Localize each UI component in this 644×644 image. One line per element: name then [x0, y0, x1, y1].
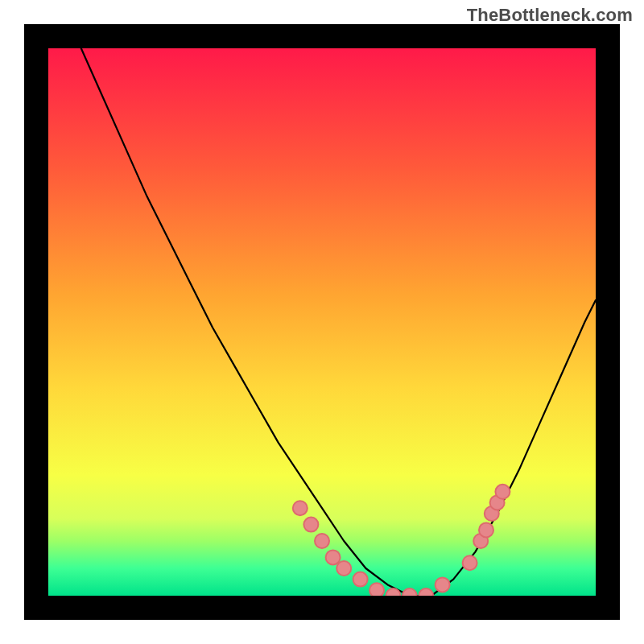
plot-inner — [48, 48, 596, 596]
chart-stage: TheBottleneck.com — [0, 0, 644, 644]
marker-point — [303, 518, 318, 532]
marker-point — [479, 522, 493, 537]
marker-point — [326, 550, 341, 564]
marker-point — [369, 583, 384, 596]
marker-point — [315, 534, 329, 548]
marker-point — [419, 588, 433, 596]
marker-point — [336, 561, 351, 576]
plot-frame — [24, 24, 620, 620]
marker-point — [386, 588, 400, 596]
marker-point — [293, 501, 308, 515]
marker-point — [353, 572, 368, 587]
plot-background — [48, 48, 596, 596]
marker-point — [402, 588, 417, 596]
watermark-text: TheBottleneck.com — [467, 5, 633, 26]
marker-point — [495, 485, 510, 499]
marker-point — [463, 555, 477, 570]
marker-point — [436, 577, 450, 592]
chart-svg — [48, 48, 596, 596]
